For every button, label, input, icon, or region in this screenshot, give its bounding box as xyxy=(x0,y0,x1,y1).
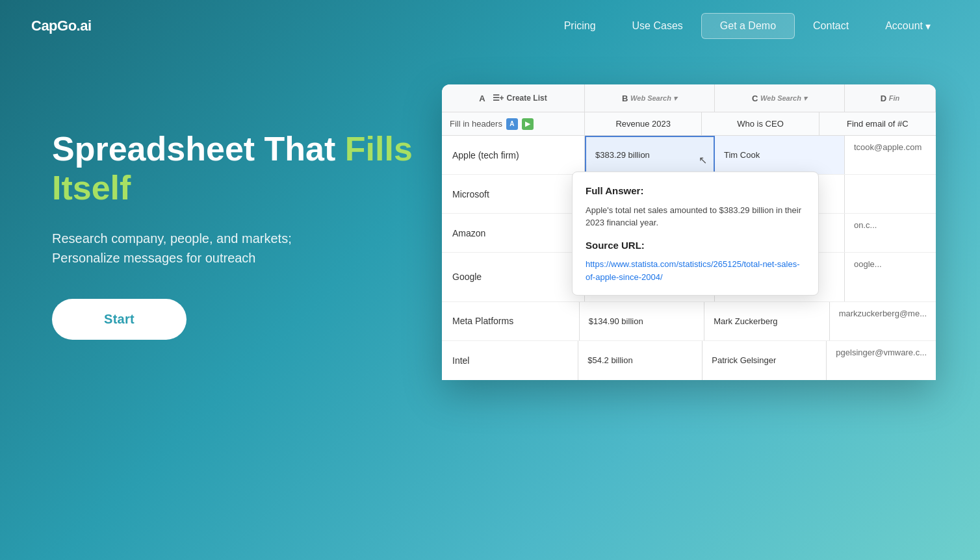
start-button[interactable]: Start xyxy=(52,299,187,340)
chevron-down-icon: ▾ xyxy=(925,20,931,32)
nav-link-account[interactable]: Account ▾ xyxy=(867,15,949,38)
hero-subtitle: Research company, people, and markets; P… xyxy=(52,229,416,268)
nav-item-get-demo[interactable]: Get a Demo xyxy=(701,13,795,39)
navbar: CapGo.ai Pricing Use Cases Get a Demo Co… xyxy=(0,0,980,52)
col-c-type: Web Search ▾ xyxy=(760,94,807,103)
fill-headers-label: Fill in headers A ▶ xyxy=(442,112,585,135)
row-label-google: Google xyxy=(442,253,585,301)
table-row: Apple (tech firm) $383.29 billion ↖ Tim … xyxy=(442,136,936,175)
brand-logo[interactable]: CapGo.ai xyxy=(31,18,92,34)
row-cell-meta-c: Mark Zuckerberg xyxy=(704,302,829,340)
row-cell-amazon-d: on.c... xyxy=(845,214,936,252)
spreadsheet-panel: A ☰+ Create List B Web Search ▾ xyxy=(442,84,949,380)
col-header-b: B Web Search ▾ xyxy=(585,84,715,112)
col-header-d: D Fin xyxy=(845,84,936,112)
row-cell-intel-d: pgelsinger@vmware.c... xyxy=(827,341,936,380)
hero-title: Spreadsheet That Fills Itself xyxy=(52,130,416,208)
row-cell-apple-b[interactable]: $383.29 billion ↖ xyxy=(585,136,715,174)
row-label-microsoft: Microsoft xyxy=(442,175,585,213)
col-b-type: Web Search ▾ xyxy=(630,94,677,103)
row-cell-intel-b: $54.2 billion xyxy=(578,341,703,380)
hero-left: Spreadsheet That Fills Itself Research c… xyxy=(52,91,416,340)
nav-item-account[interactable]: Account ▾ xyxy=(867,15,949,38)
col-d-partial: Fin xyxy=(889,94,900,102)
fill-icon-blue: A xyxy=(506,118,518,130)
cursor-icon: ↖ xyxy=(699,154,707,166)
table-row: Meta Platforms $134.90 billion Mark Zuck… xyxy=(442,302,936,341)
hero-subtitle-line1: Research company, people, and markets; xyxy=(52,231,292,246)
hero-section: Spreadsheet That Fills Itself Research c… xyxy=(0,52,980,380)
hero-title-prefix: Spreadsheet That xyxy=(52,130,345,168)
dropdown-icon[interactable]: ▾ xyxy=(673,94,677,102)
nav-item-use-cases[interactable]: Use Cases xyxy=(614,15,701,37)
row-label-apple: Apple (tech firm) xyxy=(442,136,585,174)
row-cell-google-d: oogle... xyxy=(845,253,936,301)
nav-item-contact[interactable]: Contact xyxy=(795,15,867,37)
col-c-header-label: Who is CEO xyxy=(702,112,819,135)
spreadsheet-window: A ☰+ Create List B Web Search ▾ xyxy=(442,84,936,380)
tooltip-full-answer-text: Apple's total net sales amounted to $383… xyxy=(586,204,805,229)
row-cell-meta-d: markzuckerberg@me... xyxy=(830,302,936,340)
nav-link-use-cases[interactable]: Use Cases xyxy=(614,15,701,37)
sheet-column-headers: A ☰+ Create List B Web Search ▾ xyxy=(442,84,936,112)
row-cell-apple-c: Tim Cook xyxy=(715,136,845,174)
row-cell-intel-c: Patrick Gelsinger xyxy=(703,341,827,380)
col-b-header-label: Revenue 2023 xyxy=(585,112,702,135)
row-label-amazon: Amazon xyxy=(442,214,585,252)
fill-headers-row: Fill in headers A ▶ Revenue 2023 Who is … xyxy=(442,112,936,136)
nav-links: Pricing Use Cases Get a Demo Contact Acc… xyxy=(546,13,949,39)
row-label-intel: Intel xyxy=(442,341,578,380)
tooltip-popup: Full Answer: Apple's total net sales amo… xyxy=(572,172,819,296)
fill-icon-green: ▶ xyxy=(522,118,534,130)
row-label-meta: Meta Platforms xyxy=(442,302,580,340)
tooltip-full-answer-title: Full Answer: xyxy=(586,184,805,199)
nav-link-get-demo[interactable]: Get a Demo xyxy=(701,13,795,39)
col-header-a: A ☰+ Create List xyxy=(442,84,585,112)
nav-link-pricing[interactable]: Pricing xyxy=(546,15,614,37)
nav-item-pricing[interactable]: Pricing xyxy=(546,15,614,37)
row-cell-microsoft-d xyxy=(845,175,936,213)
nav-link-contact[interactable]: Contact xyxy=(795,15,867,37)
create-list-button[interactable]: ☰+ Create List xyxy=(493,94,547,103)
col-d-header-label: Find email of #C xyxy=(819,112,936,135)
row-cell-apple-d: tcook@apple.com xyxy=(845,136,936,174)
dropdown-icon-c[interactable]: ▾ xyxy=(803,94,807,102)
list-icon: ☰+ xyxy=(493,94,504,103)
col-header-c: C Web Search ▾ xyxy=(715,84,845,112)
hero-subtitle-line2: Personalize messages for outreach xyxy=(52,251,256,265)
tooltip-source-url-link[interactable]: https://www.statista.com/statistics/2651… xyxy=(586,259,799,282)
tooltip-source-url-title: Source URL: xyxy=(586,238,805,253)
row-cell-meta-b: $134.90 billion xyxy=(580,302,704,340)
table-row: Intel $54.2 billion Patrick Gelsinger pg… xyxy=(442,341,936,380)
